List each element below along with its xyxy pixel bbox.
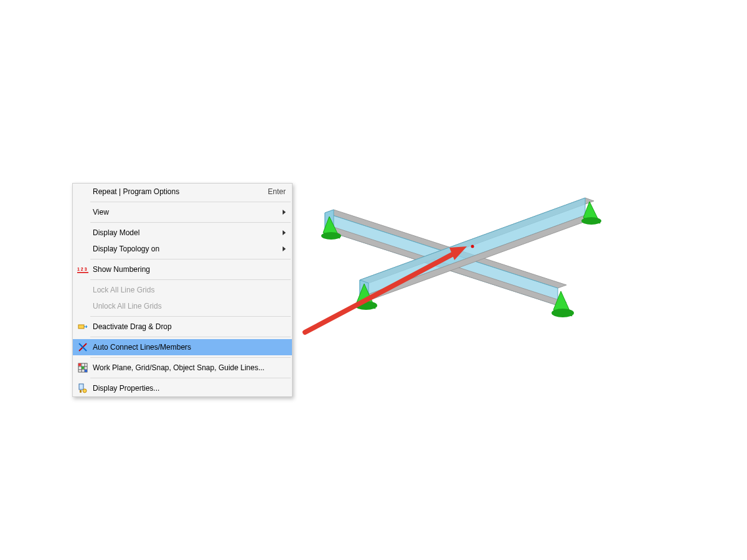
menu-separator [90, 316, 291, 317]
menu-separator [90, 337, 291, 337]
menu-label: Deactivate Drag & Drop [93, 322, 286, 331]
menu-separator [90, 357, 291, 358]
svg-point-32 [83, 389, 87, 393]
menu-label: Show Numbering [93, 265, 286, 274]
menu-label: Work Plane, Grid/Snap, Object Snap, Guid… [93, 363, 286, 372]
svg-point-9 [321, 232, 341, 240]
menu-item-deactivate-drag[interactable]: Deactivate Drag & Drop [73, 319, 292, 335]
intersection-node [471, 245, 474, 248]
menu-item-show-numbering[interactable]: 1 2 3 Show Numbering [73, 261, 292, 278]
menu-separator [90, 378, 291, 378]
menu-label: Unlock All Line Grids [93, 302, 286, 310]
svg-rect-30 [85, 370, 87, 372]
menu-item-repeat[interactable]: Repeat | Program Options Enter [73, 184, 292, 200]
blank-icon [75, 205, 90, 219]
connect-lines-icon [75, 340, 90, 354]
menu-label: Repeat | Program Options [93, 187, 268, 196]
blank-icon [75, 242, 90, 256]
svg-line-16 [305, 253, 456, 332]
menu-label: View [93, 208, 279, 217]
blank-icon [75, 185, 90, 198]
menu-label: Display Properties... [93, 384, 286, 393]
svg-point-15 [552, 309, 574, 317]
menu-separator [90, 202, 291, 202]
menu-item-display-model[interactable]: Display Model [73, 225, 292, 241]
menu-item-view[interactable]: View [73, 204, 292, 220]
menu-label: Display Model [93, 228, 279, 237]
blank-icon [75, 226, 90, 240]
chevron-right-icon [283, 210, 286, 215]
menu-item-display-properties[interactable]: Display Properties... [73, 380, 292, 396]
menu-label: Lock All Line Grids [93, 286, 286, 294]
menu-shortcut: Enter [268, 187, 286, 196]
svg-rect-33 [80, 390, 82, 393]
numbering-icon: 1 2 3 [75, 263, 90, 276]
grid-icon [75, 361, 90, 375]
svg-rect-28 [78, 363, 81, 366]
svg-text:1 2 3: 1 2 3 [77, 267, 87, 271]
blank-icon [75, 283, 90, 297]
menu-item-display-topology[interactable]: Display Topology on [73, 241, 292, 257]
menu-label: Auto Connect Lines/Members [93, 343, 286, 352]
callout-arrow [305, 246, 467, 332]
properties-icon [75, 381, 90, 395]
menu-item-unlock-grids: Unlock All Line Grids [73, 298, 292, 314]
drag-drop-icon [75, 320, 90, 334]
menu-item-auto-connect[interactable]: Auto Connect Lines/Members [73, 339, 292, 355]
model-viewport[interactable] [293, 180, 691, 342]
blank-icon [75, 299, 90, 313]
chevron-right-icon [283, 230, 286, 235]
menu-separator [90, 259, 291, 259]
context-menu[interactable]: Repeat | Program Options Enter View Disp… [72, 183, 293, 397]
menu-label: Display Topology on [93, 245, 279, 253]
chevron-right-icon [283, 246, 286, 251]
menu-item-work-plane[interactable]: Work Plane, Grid/Snap, Object Snap, Guid… [73, 360, 292, 376]
svg-point-11 [581, 217, 601, 225]
menu-separator [90, 222, 291, 223]
svg-rect-20 [78, 325, 84, 329]
svg-rect-29 [82, 366, 84, 369]
svg-rect-31 [79, 384, 83, 390]
menu-item-lock-grids: Lock All Line Grids [73, 282, 292, 298]
menu-separator [90, 279, 291, 280]
